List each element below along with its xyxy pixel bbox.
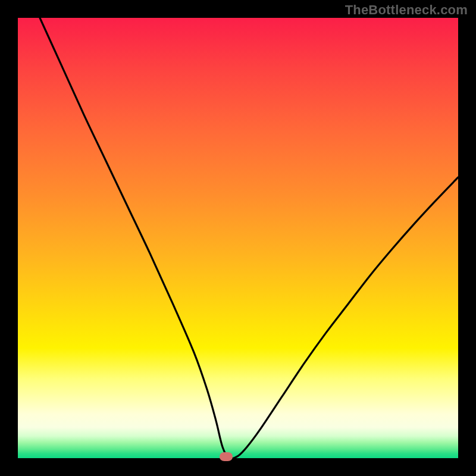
plot-area (18, 18, 458, 458)
bottleneck-curve (18, 18, 458, 458)
chart-frame: TheBottleneck.com (0, 0, 476, 476)
optimal-point-marker (220, 452, 233, 461)
watermark-text: TheBottleneck.com (345, 2, 468, 18)
